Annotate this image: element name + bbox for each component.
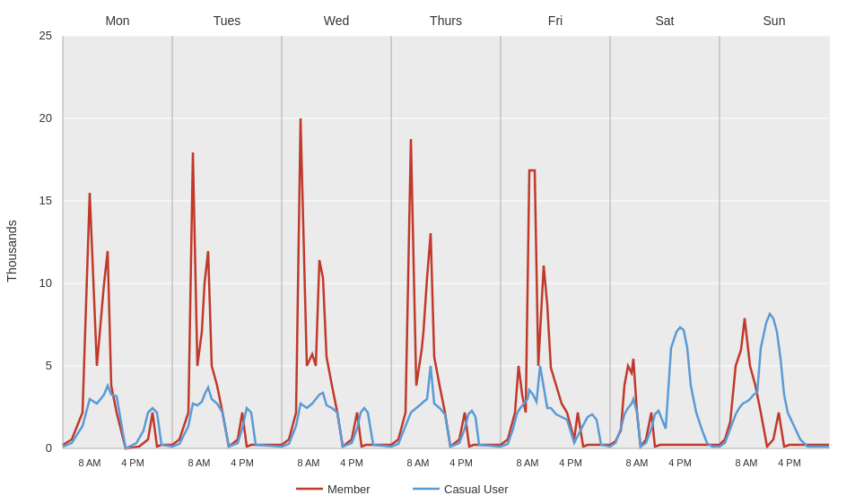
x-label-sat-8am: 8 AM — [625, 457, 648, 468]
x-label-fri-8am: 8 AM — [516, 457, 538, 468]
day-sat: Sat — [655, 13, 674, 28]
day-sun: Sun — [763, 13, 786, 28]
y-tick-15: 15 — [39, 194, 52, 207]
y-tick-5: 5 — [46, 359, 52, 372]
x-label-sat-4pm: 4 PM — [668, 457, 692, 468]
day-fri: Fri — [548, 13, 563, 28]
x-label-fri-4pm: 4 PM — [559, 457, 582, 468]
day-tues: Tues — [214, 13, 241, 28]
x-label-tues-4pm: 4 PM — [231, 457, 254, 468]
x-label-thurs-4pm: 4 PM — [449, 457, 473, 468]
y-axis-label: Thousands — [4, 220, 19, 282]
legend-member-label: Member — [327, 482, 371, 496]
chart-container: 0 5 10 15 20 25 Thousands Mon Tues Wed T… — [0, 0, 855, 504]
x-label-wed-8am: 8 AM — [297, 457, 319, 468]
day-mon: Mon — [105, 13, 129, 28]
y-tick-0: 0 — [46, 441, 52, 455]
y-tick-25: 25 — [39, 29, 52, 42]
x-label-thurs-8am: 8 AM — [406, 457, 429, 468]
legend: Member Casual User — [296, 482, 509, 496]
x-label-wed-4pm: 4 PM — [340, 457, 363, 468]
y-tick-20: 20 — [39, 111, 52, 125]
x-label-sun-4pm: 4 PM — [778, 457, 801, 468]
day-thurs: Thurs — [430, 13, 462, 28]
x-label-sun-8am: 8 AM — [735, 457, 757, 468]
y-tick-10: 10 — [39, 276, 52, 290]
legend-casual-label: Casual User — [444, 482, 509, 496]
x-label-mon-8am: 8 AM — [78, 457, 100, 468]
day-wed: Wed — [324, 13, 350, 28]
chart-background — [63, 36, 830, 448]
x-label-tues-8am: 8 AM — [188, 457, 210, 468]
x-label-mon-4pm: 4 PM — [121, 457, 144, 468]
